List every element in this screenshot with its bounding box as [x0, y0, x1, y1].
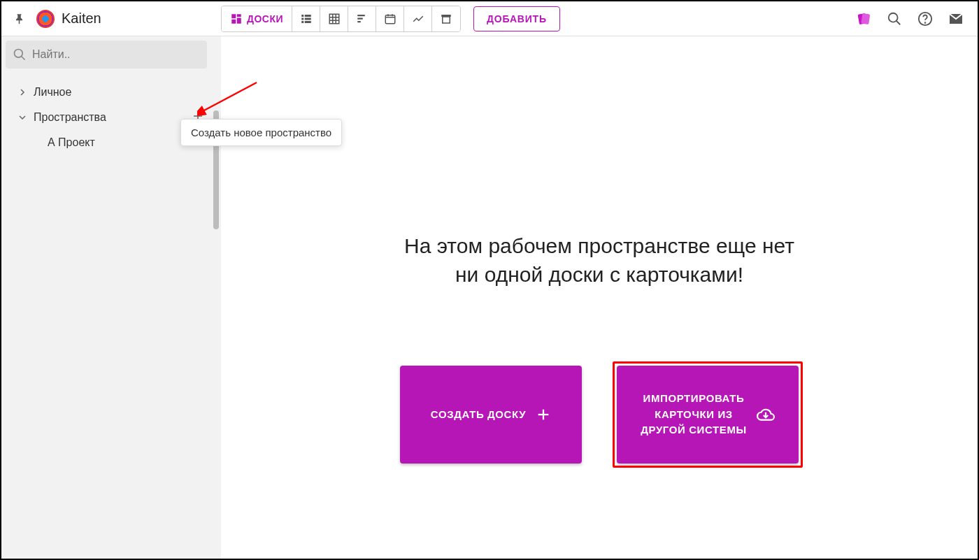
sidebar-item-personal[interactable]: Личное: [1, 80, 211, 105]
sidebar-item-project-a[interactable]: А Проект: [1, 130, 211, 155]
svg-rect-10: [329, 14, 339, 24]
view-grid[interactable]: [320, 6, 348, 31]
cards-icon[interactable]: [855, 10, 873, 28]
add-button[interactable]: ДОБАВИТЬ: [473, 6, 560, 31]
sidebar-scrollbar[interactable]: [211, 36, 221, 559]
body: Личное Пространства А Проект: [1, 36, 978, 559]
import-cards-label: ИМПОРТИРОВАТЬ КАРТОЧКИ ИЗ ДРУГОЙ СИСТЕМЫ: [641, 391, 747, 438]
create-board-label: СОЗДАТЬ ДОСКУ: [431, 407, 526, 423]
view-archive[interactable]: [432, 6, 460, 31]
svg-rect-3: [231, 19, 236, 23]
svg-rect-9: [304, 21, 310, 23]
svg-rect-0: [231, 14, 236, 18]
search-icon: [13, 48, 27, 62]
chevron-right-icon: [15, 88, 29, 96]
help-icon[interactable]: [916, 10, 934, 28]
svg-line-31: [22, 57, 25, 60]
svg-line-27: [896, 20, 901, 24]
svg-rect-23: [443, 17, 450, 23]
svg-rect-17: [357, 21, 361, 22]
svg-rect-2: [237, 17, 241, 23]
sidebar-item-spaces[interactable]: Пространства: [1, 105, 211, 130]
topbar-center: ДОСКИ: [211, 6, 855, 32]
empty-state-actions: СОЗДАТЬ ДОСКУ ИМПОРТИРОВАТЬ КАРТОЧКИ ИЗ …: [400, 366, 799, 464]
view-calendar[interactable]: [376, 6, 404, 31]
sidebar: Личное Пространства А Проект: [1, 36, 211, 559]
sidebar-item-label: Пространства: [34, 111, 192, 124]
logo-icon[interactable]: [36, 10, 55, 28]
svg-rect-18: [385, 15, 395, 23]
mail-icon[interactable]: [947, 10, 965, 28]
svg-rect-15: [357, 15, 365, 16]
topbar: Kaiten ДОСКИ: [1, 1, 978, 36]
chevron-down-icon: [15, 113, 29, 122]
import-cards-button[interactable]: ИМПОРТИРОВАТЬ КАРТОЧКИ ИЗ ДРУГОЙ СИСТЕМЫ: [617, 366, 799, 464]
view-gantt[interactable]: [348, 6, 376, 31]
topbar-right: [855, 10, 978, 28]
tooltip-create-space: Создать новое пространство: [180, 119, 342, 146]
svg-point-30: [15, 50, 23, 58]
empty-line1: На этом рабочем пространстве еще нет: [404, 234, 794, 257]
sidebar-search[interactable]: [6, 41, 207, 69]
svg-rect-5: [304, 15, 310, 17]
sidebar-nav: Личное Пространства А Проект: [1, 73, 211, 155]
svg-rect-1: [237, 14, 241, 17]
svg-rect-16: [357, 17, 363, 19]
plus-icon: [536, 407, 551, 422]
view-list[interactable]: [292, 6, 320, 31]
view-boards[interactable]: ДОСКИ: [222, 6, 292, 31]
svg-rect-8: [301, 21, 303, 23]
brand-name: Kaiten: [62, 10, 101, 27]
view-switcher: ДОСКИ: [221, 6, 461, 32]
sidebar-item-label: А Проект: [48, 136, 95, 149]
search-input[interactable]: [32, 48, 200, 61]
empty-line2: ни одной доски с карточками!: [455, 263, 743, 286]
create-board-button[interactable]: СОЗДАТЬ ДОСКУ: [400, 366, 582, 464]
search-icon[interactable]: [885, 10, 903, 28]
svg-rect-6: [301, 17, 303, 20]
svg-rect-7: [304, 17, 310, 20]
pin-icon[interactable]: [11, 10, 29, 28]
topbar-left: Kaiten: [1, 10, 211, 28]
sidebar-item-label: Личное: [34, 86, 204, 99]
cloud-download-icon: [757, 405, 775, 424]
svg-point-29: [925, 22, 926, 23]
view-boards-label: ДОСКИ: [247, 13, 283, 24]
view-timeline[interactable]: [404, 6, 432, 31]
svg-point-26: [889, 13, 898, 22]
empty-state-title: На этом рабочем пространстве еще нет ни …: [404, 232, 794, 289]
svg-rect-4: [301, 15, 303, 17]
svg-rect-25: [861, 13, 870, 24]
main-content: На этом рабочем пространстве еще нет ни …: [221, 36, 978, 559]
